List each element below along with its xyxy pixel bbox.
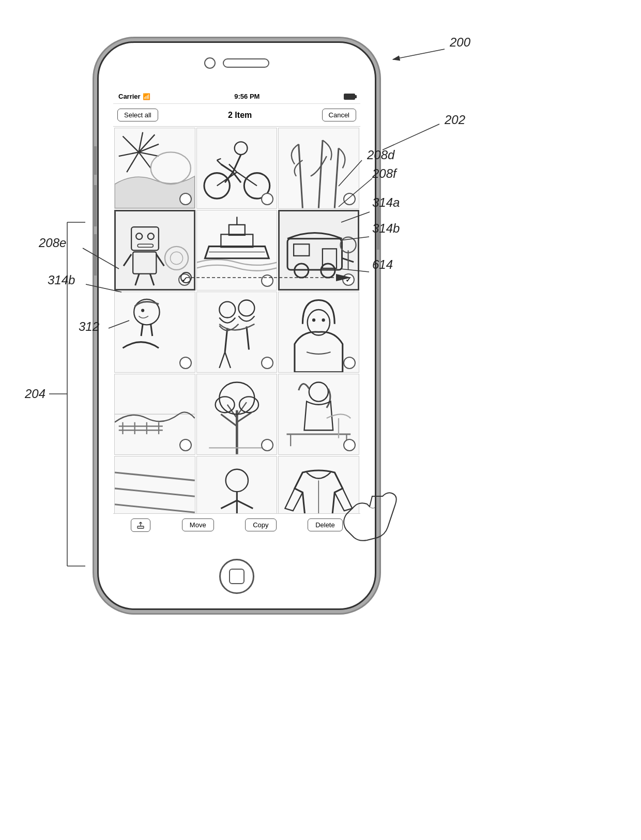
grid-cell-14[interactable] <box>196 456 278 513</box>
select-circle-1[interactable] <box>179 193 192 205</box>
time-display: 9:56 PM <box>234 93 260 100</box>
label-202: 202 <box>444 113 465 127</box>
battery-icon <box>344 94 355 100</box>
select-all-button[interactable]: Select all <box>117 109 158 121</box>
select-circle-11[interactable] <box>261 439 273 451</box>
side-button-mute <box>93 146 97 175</box>
grid-cell-11[interactable] <box>196 374 278 455</box>
label-314a: 314a <box>372 195 400 209</box>
grid-cell-2[interactable] <box>196 128 278 209</box>
svg-rect-107 <box>138 526 144 528</box>
phone-top-bar <box>204 57 269 69</box>
label-314b-left: 314b <box>48 273 75 287</box>
svg-point-68 <box>322 318 325 322</box>
status-bar: Carrier 📶 9:56 PM <box>113 89 360 104</box>
page: Carrier 📶 9:56 PM Select all 2 Item Canc… <box>0 0 641 840</box>
grid-cell-7[interactable] <box>114 292 195 373</box>
speaker-slot <box>223 58 269 68</box>
cancel-button[interactable]: Cancel <box>322 109 356 121</box>
carrier-area: Carrier 📶 <box>118 93 150 100</box>
photo-grid-scroll <box>113 127 360 513</box>
grid-cell-3[interactable] <box>278 128 359 209</box>
select-circle-12[interactable] <box>343 439 356 451</box>
side-button-vol-up <box>93 185 97 226</box>
move-button[interactable]: Move <box>182 518 214 531</box>
label-200: 200 <box>449 35 471 49</box>
select-circle-10[interactable] <box>179 439 192 451</box>
share-button[interactable] <box>131 518 150 532</box>
label-314b-right: 314b <box>372 221 400 235</box>
photo-grid <box>113 127 360 513</box>
carrier-text: Carrier <box>118 93 141 100</box>
grid-cell-6[interactable] <box>278 210 359 291</box>
svg-point-57 <box>141 309 144 312</box>
photo-person2 <box>197 456 277 513</box>
select-circle-9[interactable] <box>343 357 356 369</box>
svg-line-109 <box>383 124 439 150</box>
select-circle-2[interactable] <box>261 193 273 205</box>
select-circle-4[interactable] <box>178 273 191 286</box>
select-circle-7[interactable] <box>179 357 192 369</box>
side-button-vol-down <box>93 234 97 276</box>
share-icon <box>136 521 145 529</box>
finger-gesture <box>320 465 424 569</box>
toolbar-title: 2 Item <box>228 111 252 120</box>
grid-cell-5[interactable] <box>196 210 278 291</box>
svg-point-67 <box>312 318 315 322</box>
grid-cell-13[interactable] <box>114 456 195 513</box>
photo-lines <box>115 456 195 513</box>
copy-button[interactable]: Copy <box>245 518 276 531</box>
grid-cell-8[interactable] <box>196 292 278 373</box>
grid-cell-1[interactable] <box>114 128 195 209</box>
label-204: 204 <box>24 387 45 401</box>
grid-cell-4[interactable] <box>114 210 195 291</box>
grid-cell-12[interactable] <box>278 374 359 455</box>
wifi-icon: 📶 <box>143 93 150 100</box>
toolbar: Select all 2 Item Cancel <box>113 104 360 127</box>
side-button-power <box>377 198 381 250</box>
label-312: 312 <box>79 319 99 333</box>
home-button[interactable] <box>219 559 254 594</box>
label-208e: 208e <box>38 236 66 250</box>
camera-dot <box>204 57 216 69</box>
svg-line-108 <box>393 49 445 59</box>
grid-cell-10[interactable] <box>114 374 195 455</box>
grid-cell-9[interactable] <box>278 292 359 373</box>
home-button-icon <box>229 569 245 584</box>
select-circle-3[interactable] <box>343 193 356 205</box>
